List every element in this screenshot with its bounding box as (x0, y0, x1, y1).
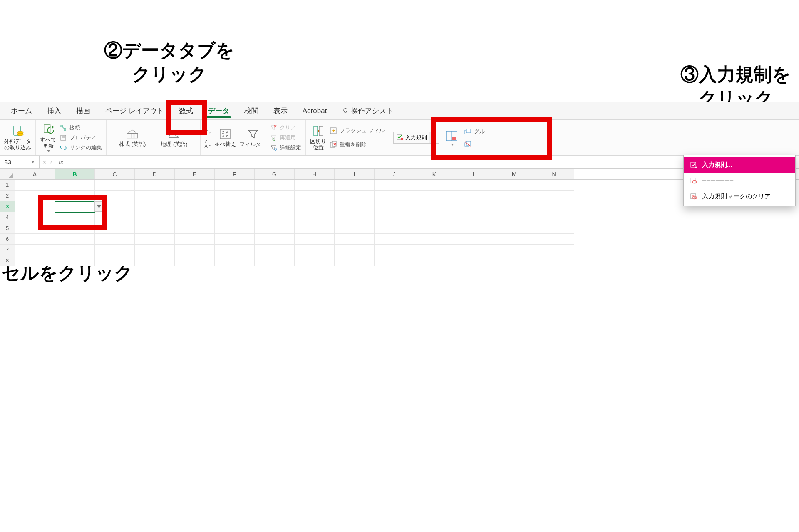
cell[interactable] (55, 223, 95, 234)
cell[interactable] (454, 212, 494, 223)
row-header-3[interactable]: 3 (0, 201, 15, 212)
group-button[interactable]: グル (464, 127, 485, 136)
dropdown-handle[interactable] (94, 201, 104, 212)
menu-item-validation[interactable]: 入力規則... (684, 157, 795, 173)
cell[interactable] (255, 212, 295, 223)
cell[interactable] (335, 223, 375, 234)
cell[interactable] (15, 212, 55, 223)
col-header-B[interactable]: B (55, 169, 95, 179)
get-external-data-button[interactable]: 外部データの取り込み (4, 121, 31, 154)
cell[interactable] (375, 212, 414, 223)
cell[interactable] (494, 223, 534, 234)
cell[interactable] (454, 245, 494, 255)
data-validation-split-button[interactable]: 入力規則 (393, 132, 439, 144)
menu-item-clear-circles[interactable]: 入力規則マークのクリア (684, 188, 795, 204)
connections-button[interactable]: 接続 (60, 124, 102, 132)
cell[interactable] (135, 223, 175, 234)
cell[interactable] (534, 201, 574, 212)
text-to-columns-button[interactable]: 区切り位置 (310, 121, 326, 154)
cell[interactable] (95, 212, 135, 223)
edit-links-button[interactable]: リンクの編集 (60, 144, 102, 152)
refresh-all-button[interactable]: すべて更新 (40, 121, 56, 154)
tab-tell-me[interactable]: 操作アシスト (334, 102, 401, 120)
tab-formulas[interactable]: 数式 (171, 102, 201, 120)
col-header-N[interactable]: N (534, 169, 574, 179)
cell[interactable] (295, 255, 335, 266)
cell[interactable] (215, 180, 255, 191)
tab-data[interactable]: データ (201, 102, 237, 120)
cell[interactable] (375, 180, 414, 191)
cell[interactable] (255, 201, 295, 212)
cell[interactable] (335, 212, 375, 223)
consolidate-button[interactable] (445, 129, 458, 146)
cell[interactable] (295, 245, 335, 255)
cell[interactable] (494, 245, 534, 255)
cell[interactable] (534, 180, 574, 191)
cell[interactable] (414, 191, 454, 201)
cell[interactable] (55, 255, 95, 266)
cell[interactable] (135, 201, 175, 212)
col-header-F[interactable]: F (215, 169, 255, 179)
menu-item-circle-invalid[interactable]: ━━━━━━━ (684, 173, 795, 188)
col-header-J[interactable]: J (375, 169, 414, 179)
ungroup-button[interactable] (464, 140, 485, 148)
tab-review[interactable]: 校閲 (237, 102, 266, 120)
filter-button[interactable]: フィルター (239, 121, 266, 154)
cell[interactable] (534, 255, 574, 266)
cell[interactable] (335, 191, 375, 201)
remove-duplicates-button[interactable]: 重複を削除 (330, 141, 385, 149)
cell[interactable] (454, 234, 494, 245)
cell[interactable] (55, 191, 95, 201)
col-header-I[interactable]: I (335, 169, 375, 179)
cell[interactable] (255, 223, 295, 234)
col-header-C[interactable]: C (95, 169, 135, 179)
stocks-button[interactable]: 株式 (英語) (119, 121, 146, 154)
cell[interactable] (95, 180, 135, 191)
cell[interactable] (414, 212, 454, 223)
col-header-K[interactable]: K (414, 169, 454, 179)
row-header-7[interactable]: 7 (0, 245, 15, 255)
cell-B3-selected[interactable] (55, 201, 95, 212)
cell[interactable] (15, 245, 55, 255)
cell[interactable] (135, 212, 175, 223)
cell[interactable] (295, 201, 335, 212)
tab-view[interactable]: 表示 (266, 102, 295, 120)
advanced-filter-button[interactable]: 詳細設定 (270, 144, 301, 152)
tab-home[interactable]: ホーム (3, 102, 40, 120)
data-validation-button[interactable]: 入力規則 (393, 132, 439, 144)
col-header-A[interactable]: A (15, 169, 55, 179)
sort-ascending-button[interactable]: AZ ↓ (205, 126, 211, 136)
cell[interactable] (15, 191, 55, 201)
row-header-2[interactable]: 2 (0, 191, 15, 201)
name-box[interactable]: B3 ▼ (0, 156, 40, 168)
accept-icon[interactable]: ✓ (49, 159, 54, 166)
tab-acrobat[interactable]: Acrobat (295, 102, 335, 120)
cell[interactable] (215, 201, 255, 212)
cell[interactable] (55, 234, 95, 245)
cell[interactable] (255, 255, 295, 266)
cell[interactable] (375, 234, 414, 245)
cell[interactable] (255, 191, 295, 201)
tab-page-layout[interactable]: ページ レイアウト (98, 102, 171, 120)
cell[interactable] (15, 180, 55, 191)
cell[interactable] (375, 191, 414, 201)
cell[interactable] (494, 255, 534, 266)
cell[interactable] (95, 245, 135, 255)
cell[interactable] (335, 201, 375, 212)
cell[interactable] (295, 234, 335, 245)
cell[interactable] (95, 223, 135, 234)
chevron-down-icon[interactable] (429, 132, 436, 143)
cell[interactable] (95, 191, 135, 201)
cell[interactable] (15, 234, 55, 245)
cell[interactable] (494, 191, 534, 201)
cell[interactable] (175, 234, 215, 245)
cell[interactable] (414, 223, 454, 234)
tab-draw[interactable]: 描画 (69, 102, 98, 120)
cell[interactable] (414, 180, 454, 191)
cell[interactable] (375, 223, 414, 234)
cell[interactable] (255, 245, 295, 255)
chevron-down-icon[interactable]: ▼ (31, 160, 35, 164)
col-header-H[interactable]: H (295, 169, 335, 179)
cell[interactable] (215, 191, 255, 201)
cell[interactable] (335, 234, 375, 245)
